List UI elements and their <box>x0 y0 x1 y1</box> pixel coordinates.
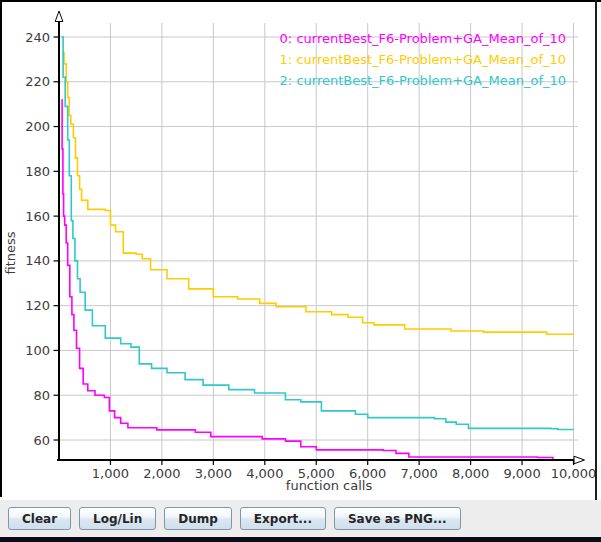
x-tick-label: 2,000 <box>143 466 180 481</box>
clear-button[interactable]: Clear <box>8 507 71 530</box>
window-border-left <box>0 0 2 497</box>
y-tick-label: 60 <box>33 433 50 448</box>
window-border-top <box>0 0 601 2</box>
x-tick-label: 10,000 <box>551 466 597 481</box>
y-tick-label: 180 <box>25 164 50 179</box>
y-tick-label: 140 <box>25 253 50 268</box>
legend-entry-0: 0: currentBest_F6-Problem+GA_Mean_of_10 <box>280 31 566 46</box>
export-button[interactable]: Export... <box>240 507 326 530</box>
log-lin-button[interactable]: Log/Lin <box>79 507 156 530</box>
y-tick-label: 240 <box>25 30 50 45</box>
y-axis-arrow-icon <box>55 11 63 22</box>
plot-window: 60801001201401601802002202401,0002,0003,… <box>0 0 601 542</box>
grid <box>59 23 578 460</box>
y-tick-label: 100 <box>25 343 50 358</box>
y-tick-label: 160 <box>25 209 50 224</box>
fitness-chart: 60801001201401601802002202401,0002,0003,… <box>0 0 601 497</box>
legend-entry-1: 1: currentBest_F6-Problem+GA_Mean_of_10 <box>280 52 566 67</box>
chart-panel: 60801001201401601802002202401,0002,0003,… <box>0 0 601 497</box>
y-tick-label: 120 <box>25 298 50 313</box>
save-as-png-button[interactable]: Save as PNG... <box>334 507 461 530</box>
series-line-1 <box>62 53 573 335</box>
x-tick-label: 1,000 <box>92 466 129 481</box>
toolbar: Clear Log/Lin Dump Export... Save as PNG… <box>0 500 601 537</box>
y-tick-label: 220 <box>25 74 50 89</box>
legend-entry-2: 2: currentBest_F6-Problem+GA_Mean_of_10 <box>280 73 566 88</box>
y-tick-label: 200 <box>25 119 50 134</box>
window-border-right <box>595 0 597 537</box>
x-tick-label: 3,000 <box>195 466 232 481</box>
x-tick-label: 8,000 <box>452 466 489 481</box>
series-line-0 <box>62 100 553 460</box>
x-tick-label: 9,000 <box>503 466 540 481</box>
window-border-bottom <box>0 537 601 542</box>
x-axis-arrow-icon <box>574 456 585 464</box>
y-axis-title: fitness <box>3 231 18 274</box>
x-tick-label: 7,000 <box>401 466 438 481</box>
x-tick-label: 4,000 <box>246 466 283 481</box>
dump-button[interactable]: Dump <box>164 507 232 530</box>
series-line-2 <box>62 37 574 430</box>
y-tick-label: 80 <box>33 388 50 403</box>
x-axis-title: function calls <box>286 478 373 493</box>
